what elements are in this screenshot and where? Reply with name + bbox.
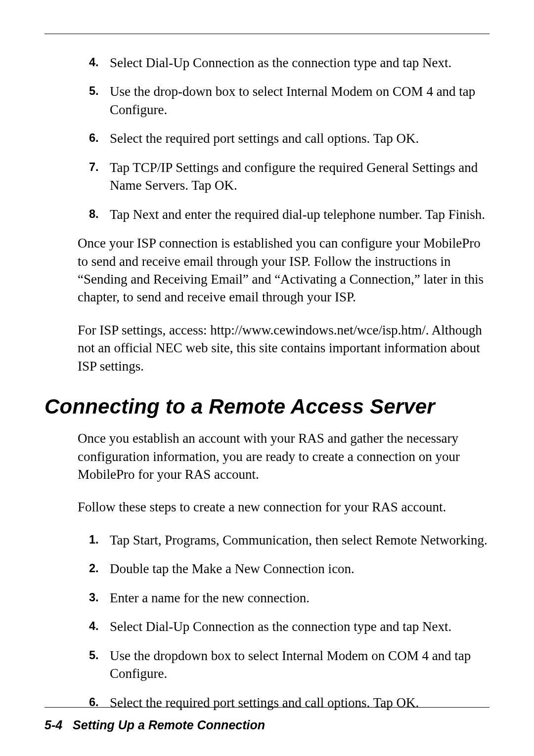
- list-number: 8.: [89, 206, 110, 222]
- list-item: 7. Tap TCP/IP Settings and configure the…: [89, 159, 490, 195]
- list-item: 6. Select the required port settings and…: [89, 694, 490, 712]
- list-text: Use the dropdown box to select Internal …: [110, 647, 490, 683]
- list-number: 5.: [89, 83, 110, 99]
- list-text: Select the required port settings and ca…: [110, 129, 490, 147]
- list-number: 6.: [89, 694, 110, 711]
- list-number: 5.: [89, 647, 110, 664]
- list-item: 3. Enter a name for the new connection.: [89, 589, 490, 607]
- bottom-rule: [44, 707, 490, 708]
- list-text: Select Dial-Up Connection as the connect…: [110, 618, 490, 635]
- list-text: Use the drop-down box to select Internal…: [110, 83, 490, 119]
- list-number: 3.: [89, 589, 110, 606]
- list-item: 5. Use the dropdown box to select Intern…: [89, 647, 490, 683]
- list-text: Tap TCP/IP Settings and configure the re…: [110, 159, 490, 195]
- list-number: 1.: [89, 531, 110, 548]
- list-item: 4. Select Dial-Up Connection as the conn…: [89, 618, 490, 635]
- paragraph: For ISP settings, access: http://www.cew…: [78, 321, 490, 375]
- list-item: 4. Select Dial-Up Connection as the conn…: [89, 54, 490, 72]
- section-heading: Connecting to a Remote Access Server: [44, 395, 490, 419]
- list-item: 5. Use the drop-down box to select Inter…: [89, 83, 490, 119]
- list-number: 4.: [89, 618, 110, 634]
- list-text: Tap Next and enter the required dial-up …: [110, 206, 490, 223]
- ordered-list-a: 4. Select Dial-Up Connection as the conn…: [89, 54, 490, 223]
- paragraph: Follow these steps to create a new conne…: [78, 498, 490, 516]
- list-text: Select Dial-Up Connection as the connect…: [110, 54, 490, 72]
- list-text: Double tap the Make a New Connection ico…: [110, 560, 490, 578]
- top-rule: [44, 34, 490, 34]
- list-text: Tap Start, Programs, Communication, then…: [110, 531, 490, 549]
- page-number: 5-4: [44, 718, 62, 732]
- page-container: 4. Select Dial-Up Connection as the conn…: [0, 0, 534, 747]
- ordered-list-b: 1. Tap Start, Programs, Communication, t…: [89, 531, 490, 712]
- footer-title: Setting Up a Remote Connection: [73, 718, 265, 732]
- list-item: 1. Tap Start, Programs, Communication, t…: [89, 531, 490, 549]
- list-number: 6.: [89, 129, 110, 146]
- list-item: 6. Select the required port settings and…: [89, 129, 490, 147]
- list-item: 8. Tap Next and enter the required dial-…: [89, 206, 490, 223]
- paragraph: Once you establish an account with your …: [78, 429, 490, 483]
- list-number: 2.: [89, 560, 110, 577]
- paragraph: Once your ISP connection is established …: [78, 234, 490, 306]
- list-text: Enter a name for the new connection.: [110, 589, 490, 607]
- page-footer: 5-4 Setting Up a Remote Connection: [44, 718, 265, 732]
- list-number: 7.: [89, 159, 110, 175]
- list-text: Select the required port settings and ca…: [110, 694, 490, 712]
- list-item: 2. Double tap the Make a New Connection …: [89, 560, 490, 578]
- list-number: 4.: [89, 54, 110, 71]
